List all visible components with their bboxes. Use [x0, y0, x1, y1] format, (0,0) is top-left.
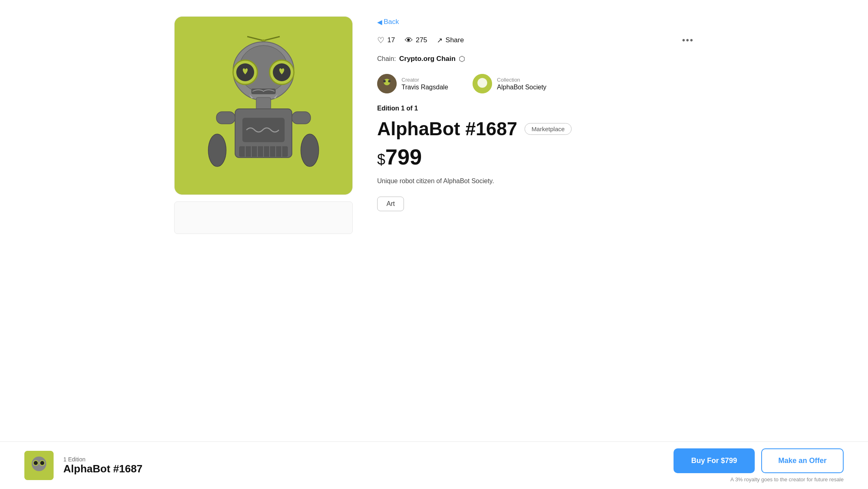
collection-avatar-image — [473, 74, 492, 93]
make-offer-button[interactable]: Make an Offer — [761, 448, 844, 473]
collection-info: Collection AlphaBot Society — [497, 77, 546, 91]
price-currency-symbol: $ — [377, 151, 385, 168]
bottom-bar: 1 Edition AlphaBot #1687 Buy For $799 Ma… — [0, 441, 868, 489]
right-column: ◀ Back ♡ 17 👁 275 ↗ Share ••• — [377, 16, 694, 211]
svg-rect-23 — [216, 112, 235, 124]
share-icon: ↗ — [437, 36, 443, 45]
buy-button[interactable]: Buy For $799 — [674, 448, 755, 473]
views-stat: 👁 275 — [405, 36, 427, 45]
creator-avatar-image — [377, 74, 397, 93]
creator-info: Creator Travis Ragsdale — [402, 77, 448, 91]
likes-stat[interactable]: ♡ 17 — [377, 35, 395, 45]
chain-label: Chain: — [377, 55, 396, 63]
bottom-edition: 1 Edition — [63, 456, 664, 463]
stats-row: ♡ 17 👁 275 ↗ Share ••• — [377, 35, 694, 45]
bottom-buttons: Buy For $799 Make an Offer — [674, 448, 844, 473]
svg-point-26 — [301, 134, 319, 167]
collection-item[interactable]: Collection AlphaBot Society — [473, 74, 546, 93]
art-tag-button[interactable]: Art — [377, 197, 404, 211]
creator-item[interactable]: Creator Travis Ragsdale — [377, 74, 448, 93]
price-display: $799 — [377, 145, 694, 169]
nft-title: AlphaBot #1687 — [377, 119, 517, 139]
svg-point-29 — [383, 80, 386, 82]
svg-point-38 — [40, 461, 44, 465]
eye-icon: 👁 — [405, 36, 413, 45]
views-count: 275 — [416, 36, 427, 44]
marketplace-badge[interactable]: Marketplace — [525, 123, 572, 135]
svg-point-37 — [34, 461, 38, 465]
back-link[interactable]: ◀ Back — [377, 18, 694, 26]
more-menu-button[interactable]: ••• — [682, 35, 694, 45]
left-column — [174, 16, 353, 234]
collection-avatar — [473, 74, 492, 93]
creator-label: Creator — [402, 77, 448, 83]
chain-logo-icon: ⬡ — [459, 54, 465, 63]
collection-name: AlphaBot Society — [497, 84, 546, 91]
svg-point-32 — [477, 78, 487, 88]
main-content: ◀ Back ♡ 17 👁 275 ↗ Share ••• — [174, 16, 694, 234]
likes-count: 17 — [387, 36, 395, 44]
svg-point-30 — [388, 80, 391, 82]
chain-name: Crypto.org Chain — [399, 55, 456, 63]
creator-avatar — [377, 74, 397, 93]
creator-name: Travis Ragsdale — [402, 84, 448, 91]
edition-text: Edition 1 of 1 — [377, 105, 694, 112]
title-row: AlphaBot #1687 Marketplace — [377, 119, 694, 139]
bottom-thumbnail-image — [24, 451, 54, 480]
robot-illustration — [199, 28, 328, 183]
back-chevron-icon: ◀ — [377, 18, 382, 26]
svg-rect-25 — [292, 112, 311, 124]
description-text: Unique robot citizen of AlphaBot Society… — [377, 176, 694, 186]
svg-line-0 — [247, 37, 263, 41]
svg-line-1 — [263, 37, 280, 41]
collection-label: Collection — [497, 77, 546, 83]
creator-collection-row: Creator Travis Ragsdale Collection Alpha… — [377, 74, 694, 93]
bottom-actions: Buy For $799 Make an Offer A 3% royalty … — [674, 448, 844, 483]
bottom-info: 1 Edition AlphaBot #1687 — [63, 456, 664, 475]
royalty-text: A 3% royalty goes to the creator for fut… — [730, 476, 844, 483]
svg-point-24 — [208, 134, 226, 167]
bottom-nft-thumbnail — [24, 451, 54, 480]
page-container: ◀ Back ♡ 17 👁 275 ↗ Share ••• — [150, 0, 718, 250]
price-value: 799 — [385, 145, 422, 169]
bottom-title: AlphaBot #1687 — [63, 463, 664, 475]
share-button[interactable]: ↗ Share — [437, 36, 464, 45]
back-label: Back — [384, 18, 399, 26]
share-label: Share — [445, 36, 464, 44]
nft-image — [174, 16, 353, 195]
thumbnail-strip — [174, 201, 353, 234]
chain-row: Chain: Crypto.org Chain ⬡ — [377, 54, 694, 63]
svg-rect-10 — [256, 97, 271, 110]
heart-icon: ♡ — [377, 35, 384, 45]
